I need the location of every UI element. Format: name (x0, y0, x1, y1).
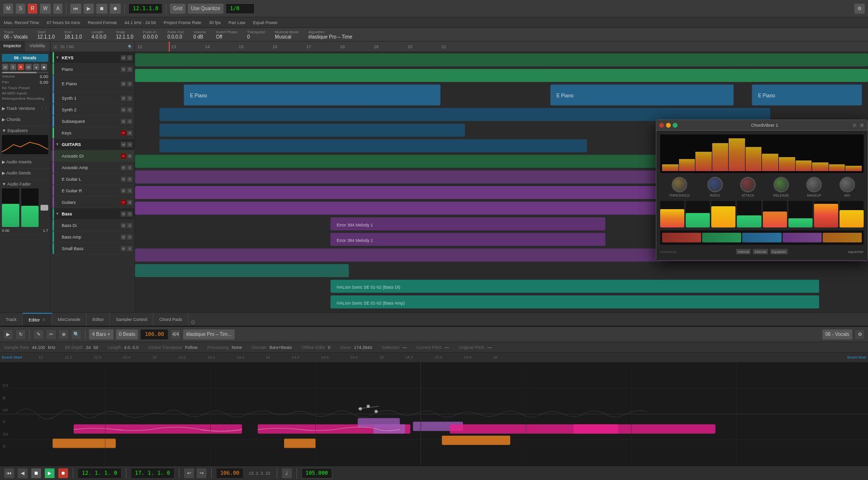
release-knob[interactable] (773, 177, 789, 192)
plugin-minimize-btn[interactable] (666, 123, 671, 128)
beats-btn[interactable]: 0 Beats (116, 329, 139, 340)
bass-amp-solo[interactable]: S (127, 234, 133, 240)
transport-stop[interactable]: ⏹ (96, 3, 108, 14)
toolbar-btn-m[interactable]: M (3, 3, 14, 14)
bass-di-mute[interactable]: M (121, 223, 126, 228)
eguitar-l-mute[interactable]: M (121, 176, 126, 182)
inspector-write-btn[interactable]: W (25, 64, 32, 70)
editor-tool3[interactable]: ⊕ (58, 329, 69, 340)
mix-knob[interactable] (840, 177, 855, 192)
bottom-tab-track[interactable]: Track (0, 313, 23, 326)
plugin-internal-btn[interactable]: Internal (736, 249, 751, 254)
transport-play-btn[interactable]: ▶ (44, 468, 55, 479)
eguitar-l-solo[interactable]: S (127, 176, 133, 182)
acoustic-di-mute[interactable]: M (127, 153, 133, 159)
track-selector[interactable]: 06 - Vocals (822, 329, 853, 340)
epiano-solo[interactable]: S (127, 81, 133, 87)
track-header-piano[interactable]: Piano M S (51, 64, 135, 75)
synth2-mute[interactable]: M (121, 107, 126, 113)
guitars-rec[interactable]: R (121, 200, 126, 205)
eguitar-r-mute[interactable]: M (121, 188, 126, 194)
editor-tool2[interactable]: ✂ (46, 329, 56, 340)
acoustic-di-rec[interactable]: R (121, 153, 126, 159)
small-bass-solo[interactable]: S (127, 246, 133, 252)
acoustic-amp-solo[interactable]: S (127, 165, 133, 171)
plugin-equalizer-btn[interactable]: Equalizer (770, 249, 788, 254)
eq-band-2[interactable] (702, 233, 741, 242)
transport-record[interactable]: ⏺ (109, 3, 121, 14)
bottom-tab-sampler[interactable]: Sampler Control (110, 313, 153, 326)
toolbar-btn-w[interactable]: W (40, 3, 51, 14)
editor-tab-close[interactable]: ✕ (42, 318, 46, 322)
synth2-solo[interactable]: S (127, 107, 133, 113)
toolbar-btn-s[interactable]: S (15, 3, 26, 14)
track-header-keys-group[interactable]: ▼ KEYS M S (51, 52, 135, 64)
toolbar-btn-a[interactable]: A (53, 3, 63, 14)
transport-record-btn[interactable]: ⏺ (58, 468, 68, 479)
transport-rewind-btn[interactable]: ⏮ (4, 468, 14, 479)
bottom-tab-editor[interactable]: Editor ✕ (23, 313, 52, 326)
inspector-monitor-btn[interactable]: ● (33, 64, 40, 70)
inspector-tab-visibility[interactable]: Visibility (25, 41, 50, 52)
track-search-btn[interactable]: 🔍 (127, 44, 133, 50)
inspector-mute-btn[interactable]: M (2, 64, 9, 70)
eq-band-1[interactable] (662, 233, 701, 242)
bass-di-solo[interactable]: S (127, 223, 133, 228)
plugin-internal-btn2[interactable]: Internal (753, 249, 768, 254)
bass-mute[interactable]: M (121, 211, 126, 217)
keys-mute-btn[interactable]: M (121, 55, 126, 61)
inspector-audio-fader[interactable]: ▼ Audio Fader 0.00 1.7 (0, 180, 50, 235)
quantize-btn[interactable]: Use Quantize (188, 3, 224, 14)
toolbar-btn-r[interactable]: R (27, 3, 38, 14)
bottom-tab-settings[interactable]: ⚙ (190, 319, 196, 326)
eq-band-5[interactable] (823, 233, 862, 242)
synth1-mute[interactable]: M (121, 95, 126, 101)
inspector-read-btn[interactable]: R (17, 64, 24, 70)
track-header-small-bass[interactable]: Small Bass M S (51, 243, 135, 254)
plugin-maximize-btn[interactable] (673, 123, 678, 128)
plugin-close-btn[interactable] (659, 123, 664, 128)
editor-ruler[interactable]: Event Start Event End 12 12.2 12.3 12.4 … (0, 353, 868, 362)
makeup-knob[interactable] (806, 177, 822, 192)
track-header-keys-track[interactable]: Keys R M (51, 127, 135, 139)
bars-btn[interactable]: 4 Bars + (89, 329, 114, 340)
transport-prev-btn[interactable]: ◀ (17, 468, 28, 479)
track-header-acoustic-amp[interactable]: Acoustic Amp M S (51, 162, 135, 173)
eq-band-4[interactable] (783, 233, 822, 242)
acoustic-amp-mute[interactable]: M (121, 165, 126, 171)
loop-back-btn[interactable]: ↩ (184, 468, 194, 479)
inspector-tab-inspector[interactable]: Inspector (0, 41, 25, 52)
track-header-bass-amp[interactable]: Bass Amp M S (51, 231, 135, 243)
bass-solo[interactable]: S (127, 211, 133, 217)
toolbar-settings[interactable]: ⚙ (854, 3, 865, 14)
track-header-eguitar-r[interactable]: E Guitar R M S (51, 185, 135, 197)
synth1-solo[interactable]: S (127, 95, 133, 101)
timeline-ruler[interactable]: 12 13 14 15 16 17 18 19 20 21 (135, 41, 868, 52)
bottom-tab-chord-pads[interactable]: Chord Pads (153, 313, 189, 326)
piano-solo[interactable]: S (127, 67, 133, 72)
fader-slider[interactable] (41, 188, 48, 227)
track-header-epiano[interactable]: E Piano M S (51, 75, 135, 93)
track-header-subsequent[interactable]: Subsequent M S (51, 116, 135, 127)
guitars-track-mute[interactable]: M (127, 200, 133, 205)
subsequent-mute[interactable]: M (121, 119, 126, 124)
eq-band-3[interactable] (742, 233, 781, 242)
editor-play-btn[interactable]: ▶ (3, 329, 14, 340)
editor-settings-btn[interactable]: ⚙ (854, 329, 865, 340)
eguitar-r-solo[interactable]: S (127, 188, 133, 194)
epiano-mute[interactable]: M (121, 81, 126, 87)
track-header-guitars-track[interactable]: Guitars R M (51, 197, 135, 208)
transport-rewind[interactable]: ⏮ (70, 3, 81, 14)
editor-tool4[interactable]: 🔍 (71, 329, 81, 340)
guitars-mute[interactable]: M (121, 142, 126, 147)
bottom-tab-editor2[interactable]: Editor (87, 313, 110, 326)
track-header-guitars-group[interactable]: ▼ GUITARS M S (51, 139, 135, 150)
keys-track-mute[interactable]: M (127, 130, 133, 136)
add-track-btn[interactable]: + (53, 44, 58, 50)
inspector-audio-sends[interactable]: ▶ Audio Sends (0, 169, 50, 180)
track-header-acoustic-di[interactable]: Acoustic DI R M (51, 150, 135, 162)
transport-play[interactable]: ▶ (83, 3, 94, 14)
attack-knob[interactable] (740, 177, 756, 192)
keys-solo-btn[interactable]: S (127, 55, 133, 61)
track-header-synth1[interactable]: Synth 1 M S (51, 93, 135, 104)
